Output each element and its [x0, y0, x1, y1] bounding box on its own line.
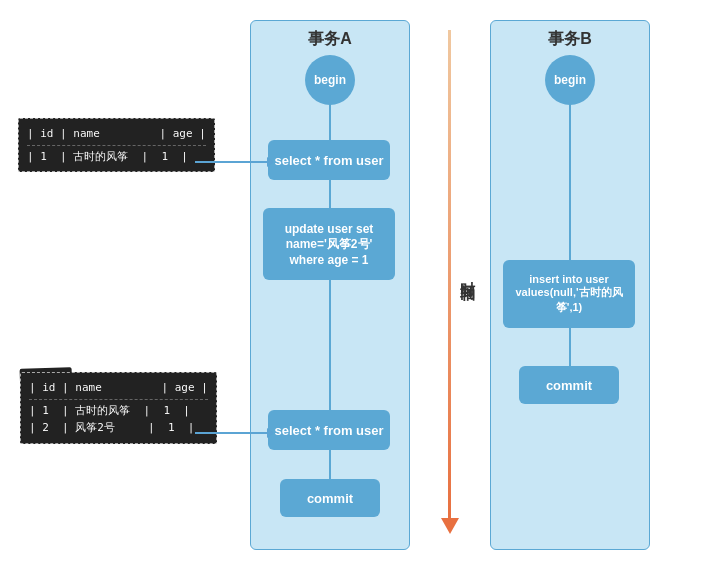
- begin-a-node: begin: [305, 55, 355, 105]
- vline-a-2: [329, 180, 331, 210]
- transaction-b-header: 事务B: [491, 21, 649, 58]
- arrow-table1-to-select1: [195, 161, 268, 163]
- select1-a-node: select * from user: [268, 140, 390, 180]
- select2-a-node: select * from user: [268, 410, 390, 450]
- insert-b-node: insert into user values(null,'古时的风筝',1): [503, 260, 635, 328]
- begin-b-node: begin: [545, 55, 595, 105]
- db-table-2-row-1: | 1 | 古时的风筝 | 1 |: [29, 402, 208, 420]
- vline-b-1: [569, 104, 571, 262]
- phantom-read-area: 幻读 | id | name | age | | 1 | 古时的风筝 | 1 |…: [20, 368, 217, 444]
- transaction-a-header: 事务A: [251, 21, 409, 58]
- update-a-node: update user set name='风筝2号' where age = …: [263, 208, 395, 280]
- vline-b-2: [569, 328, 571, 368]
- commit-b-node: commit: [519, 366, 619, 404]
- arrow-table2-to-select2: [195, 432, 268, 434]
- diagram-container: 事务A 事务B 时间轴 begin select * from user upd…: [0, 0, 720, 568]
- time-axis-arrow: [441, 518, 459, 534]
- db-table-2-row-header: | id | name | age |: [29, 379, 208, 400]
- time-axis-label: 时间轴: [458, 270, 477, 276]
- commit-a-node: commit: [280, 479, 380, 517]
- db-table-2-row-2: | 2 | 风筝2号 | 1 |: [29, 419, 208, 437]
- vline-a-4: [329, 450, 331, 480]
- db-table-1-row-1: | 1 | 古时的风筝 | 1 |: [27, 148, 206, 166]
- db-table-2: | id | name | age | | 1 | 古时的风筝 | 1 | | …: [20, 372, 217, 444]
- time-axis: [448, 30, 451, 520]
- db-table-1: | id | name | age | | 1 | 古时的风筝 | 1 |: [18, 118, 215, 172]
- vline-a-3: [329, 280, 331, 410]
- vline-a-1: [329, 104, 331, 142]
- db-table-1-row-header: | id | name | age |: [27, 125, 206, 146]
